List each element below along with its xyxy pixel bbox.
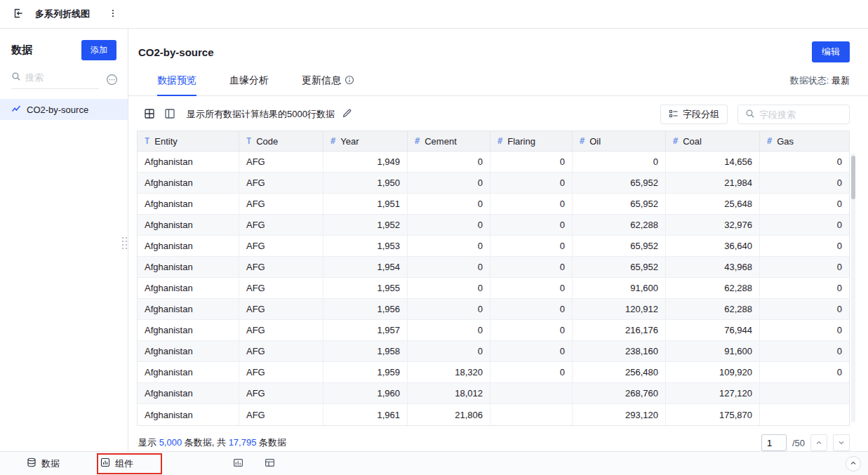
column-header-entity[interactable]: TEntity bbox=[138, 131, 239, 151]
column-header-year[interactable]: #Year bbox=[323, 131, 408, 151]
table-cell: 0 bbox=[760, 299, 849, 319]
database-icon bbox=[27, 457, 36, 469]
page-next-button[interactable] bbox=[833, 434, 850, 451]
more-options-icon bbox=[106, 74, 118, 88]
table-cell: Afghanistan bbox=[138, 257, 239, 277]
app-window: 多系列折线图 数据 添加 bbox=[0, 0, 868, 475]
field-search-input[interactable] bbox=[759, 109, 842, 120]
table-cell: AFG bbox=[239, 341, 323, 361]
table-row: AfghanistanAFG1,9540065,95243,9680 bbox=[138, 257, 849, 278]
table-cell: 1,961 bbox=[323, 404, 408, 425]
table-cell: 1,953 bbox=[323, 236, 408, 256]
table-cell: 1,954 bbox=[323, 257, 408, 277]
table-cell: 0 bbox=[490, 257, 573, 277]
table-scrollbar[interactable] bbox=[851, 153, 855, 422]
more-menu-icon bbox=[108, 8, 118, 20]
table-cell: 14,656 bbox=[666, 152, 760, 172]
table-cell: 0 bbox=[573, 152, 666, 172]
insert-chart-button[interactable] bbox=[232, 456, 245, 471]
tab-data-preview[interactable]: 数据预览 bbox=[157, 74, 196, 95]
table-cell: 0 bbox=[490, 341, 573, 361]
table-cell: 256,480 bbox=[573, 362, 666, 382]
table-cell: 1,958 bbox=[323, 341, 408, 361]
column-header-coal[interactable]: #Coal bbox=[666, 131, 760, 151]
tab-lineage-analysis[interactable]: 血缘分析 bbox=[229, 74, 269, 95]
panel-resize-handle[interactable] bbox=[122, 237, 128, 250]
insert-table-button[interactable] bbox=[263, 456, 276, 471]
page-down-icon bbox=[838, 438, 845, 448]
table-cell: 91,600 bbox=[573, 278, 666, 298]
page-number-input[interactable] bbox=[761, 434, 787, 451]
chart-icon bbox=[100, 457, 110, 469]
pagination: /50 bbox=[761, 434, 850, 451]
column-label: Entity bbox=[154, 136, 178, 147]
table-row: AfghanistanAFG1,9550091,60062,2880 bbox=[138, 278, 849, 299]
table-cell: 62,288 bbox=[666, 299, 760, 319]
table-cell: 65,952 bbox=[573, 173, 666, 193]
number-type-icon: # bbox=[330, 136, 335, 146]
page-prev-button[interactable] bbox=[810, 434, 827, 451]
sidebar-item-dataset[interactable]: CO2-by-source bbox=[0, 99, 128, 120]
table-cell: 65,952 bbox=[573, 236, 666, 256]
tab-update-info[interactable]: 更新信息 bbox=[302, 74, 354, 95]
column-label: Coal bbox=[683, 136, 702, 147]
more-menu-button[interactable] bbox=[107, 7, 119, 22]
field-group-button[interactable]: 字段分组 bbox=[660, 105, 728, 124]
table-cell: 127,120 bbox=[666, 383, 760, 403]
bottom-tab-components[interactable]: 组件 bbox=[100, 457, 133, 470]
table-cell bbox=[760, 404, 849, 425]
table-cell: Afghanistan bbox=[138, 341, 239, 361]
grid-view-button[interactable] bbox=[142, 107, 156, 123]
table-cell: Afghanistan bbox=[138, 194, 239, 214]
table-cell: Afghanistan bbox=[138, 173, 239, 193]
table-cell: 1,950 bbox=[323, 173, 408, 193]
scrollbar-thumb[interactable] bbox=[851, 156, 855, 199]
table-cell: Afghanistan bbox=[138, 278, 239, 298]
collapse-panel-button-bottom[interactable] bbox=[846, 456, 861, 471]
info-icon[interactable] bbox=[345, 75, 354, 87]
window-title: 多系列折线图 bbox=[35, 8, 90, 20]
table-row: AfghanistanAFG1,9500065,95221,9840 bbox=[138, 173, 849, 194]
table-cell: 0 bbox=[408, 194, 490, 214]
table-cell: 238,160 bbox=[573, 341, 666, 361]
collapse-panel-button[interactable] bbox=[11, 6, 25, 22]
column-header-code[interactable]: TCode bbox=[239, 131, 323, 151]
data-status: 数据状态: 最新 bbox=[790, 74, 850, 95]
table-cell: 0 bbox=[408, 173, 490, 193]
table-view-button[interactable] bbox=[163, 107, 177, 123]
status-value: 最新 bbox=[832, 75, 850, 86]
table-cell: AFG bbox=[239, 152, 323, 172]
column-label: Cement bbox=[425, 136, 457, 147]
sidebar-search-input[interactable] bbox=[25, 72, 80, 83]
table-cell: 0 bbox=[408, 341, 490, 361]
bottom-tab-data[interactable]: 数据 bbox=[27, 457, 60, 470]
table-cell: 0 bbox=[760, 215, 849, 235]
table-cell: Afghanistan bbox=[138, 236, 239, 256]
search-icon bbox=[11, 72, 21, 83]
table-cell: 1,957 bbox=[323, 320, 408, 340]
table-row: AfghanistanAFG1,9530065,95236,6400 bbox=[138, 236, 849, 257]
table-cell: AFG bbox=[239, 383, 323, 403]
column-header-gas[interactable]: #Gas bbox=[760, 131, 849, 151]
edit-button[interactable]: 编辑 bbox=[812, 41, 850, 62]
table-row: AfghanistanAFG1,96018,012268,760127,120 bbox=[138, 383, 849, 404]
table-cell: 65,952 bbox=[573, 257, 666, 277]
table-cell bbox=[490, 383, 573, 403]
table-cell: Afghanistan bbox=[138, 362, 239, 382]
table-cell: Afghanistan bbox=[138, 152, 239, 172]
column-header-flaring[interactable]: #Flaring bbox=[490, 131, 573, 151]
more-options-button[interactable] bbox=[105, 72, 119, 89]
collapse-panel-icon bbox=[13, 8, 24, 21]
table-cell: 0 bbox=[490, 173, 573, 193]
edit-row-limit-button[interactable] bbox=[340, 107, 354, 122]
add-dataset-button[interactable]: 添加 bbox=[81, 40, 116, 60]
table-footer: 显示 5,000 条数据, 共 17,795 条数据 /50 bbox=[128, 426, 868, 451]
table-cell: 109,920 bbox=[666, 362, 760, 382]
table-cell: 25,648 bbox=[666, 194, 760, 214]
column-header-cement[interactable]: #Cement bbox=[408, 131, 490, 151]
table-cell: AFG bbox=[239, 194, 323, 214]
table-cell: 293,120 bbox=[573, 404, 666, 425]
column-label: Code bbox=[256, 136, 278, 147]
table-cell: 0 bbox=[490, 278, 573, 298]
column-header-oil[interactable]: #Oil bbox=[573, 131, 666, 151]
